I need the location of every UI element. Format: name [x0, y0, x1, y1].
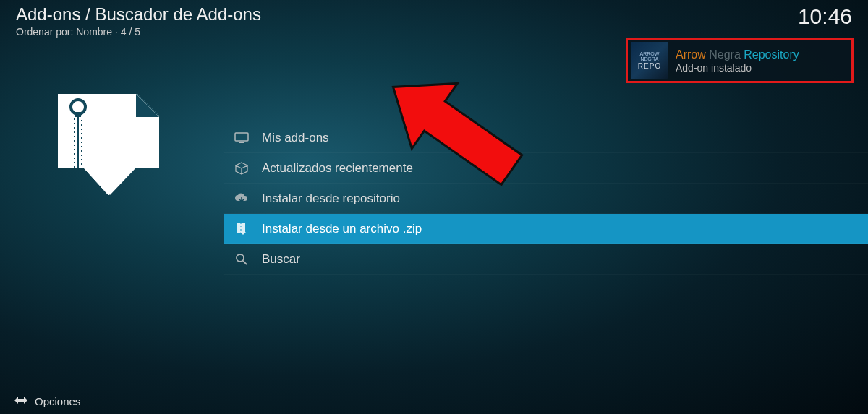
notification-subtitle: Add-on instalado [676, 62, 799, 74]
menu-item-label: Actualizados recientemente [262, 161, 413, 176]
menu-item-search[interactable]: Buscar [224, 244, 868, 275]
svg-rect-29 [235, 133, 248, 141]
menu-item-label: Buscar [262, 252, 300, 267]
zip-download-icon [51, 87, 166, 210]
notification-toast[interactable]: ARROW NEGRA REPO Arrow Negra Repository … [626, 38, 854, 83]
monitor-icon [231, 131, 252, 145]
zip-icon [231, 222, 252, 236]
svg-rect-30 [239, 142, 244, 143]
options-icon [14, 394, 27, 408]
clock: 10:46 [798, 4, 852, 29]
addon-menu: Mis add-ons Actualizados recientemente I… [224, 123, 868, 275]
menu-item-install-repo[interactable]: Instalar desde repositorio [224, 184, 868, 214]
search-icon [231, 252, 252, 267]
menu-item-label: Instalar desde repositorio [262, 191, 400, 206]
menu-item-label: Mis add-ons [262, 131, 329, 145]
svg-line-34 [243, 261, 247, 264]
notification-thumbnail: ARROW NEGRA REPO [631, 42, 668, 79]
svg-rect-20 [75, 112, 81, 117]
options-button[interactable]: Opciones [14, 394, 80, 408]
breadcrumb: Add-ons / Buscador de Add-ons [16, 4, 852, 25]
sort-info: Ordenar por: Nombre · 4 / 5 [16, 26, 852, 38]
options-label: Opciones [35, 395, 80, 407]
box-icon [231, 161, 252, 176]
notification-title: Arrow Negra Repository [676, 48, 799, 61]
menu-item-label: Instalar desde un archivo .zip [262, 222, 422, 236]
menu-item-recent[interactable]: Actualizados recientemente [224, 153, 868, 184]
cloud-download-icon [231, 191, 252, 206]
menu-item-install-zip[interactable]: Instalar desde un archivo .zip [224, 214, 868, 244]
menu-item-my-addons[interactable]: Mis add-ons [224, 123, 868, 153]
svg-point-33 [237, 254, 244, 262]
